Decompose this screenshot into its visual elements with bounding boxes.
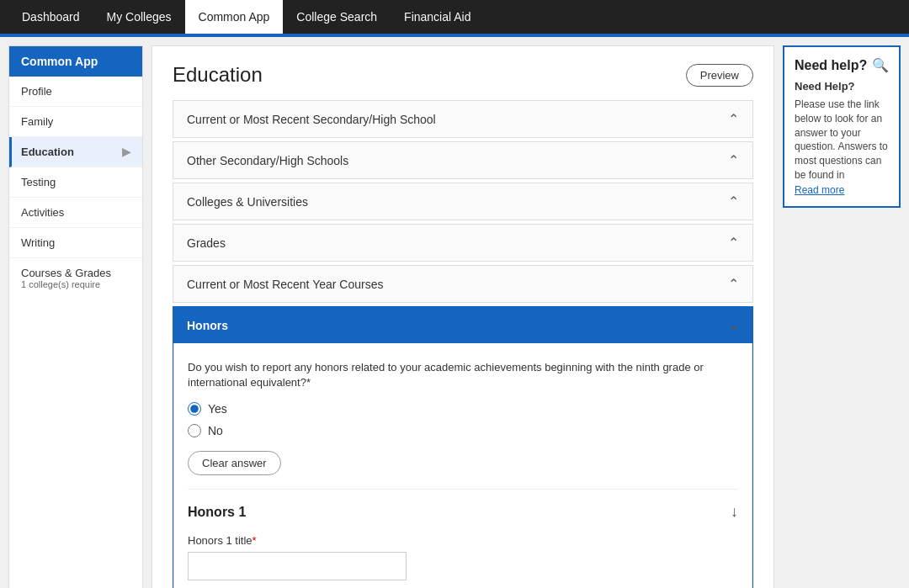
sidebar-item-testing[interactable]: Testing (9, 167, 142, 198)
nav-dashboard[interactable]: Dashboard (8, 0, 93, 34)
chevron-up-icon: ⌃ (728, 111, 739, 127)
sidebar-item-education[interactable]: Education ▶ (9, 137, 142, 167)
radio-no-label: No (208, 424, 223, 437)
sidebar-item-writing[interactable]: Writing (9, 228, 142, 258)
chevron-up-icon-4: ⌃ (728, 235, 739, 251)
preview-button[interactable]: Preview (686, 64, 753, 87)
radio-yes-label: Yes (208, 402, 227, 416)
honors-1-field-label: Honors 1 title* (188, 534, 738, 547)
chevron-up-icon-2: ⌃ (728, 152, 739, 168)
honors-question: Do you wish to report any honors related… (188, 360, 738, 390)
honors-1-title: Honors 1 (188, 505, 246, 520)
page-title-row: Education Preview (173, 63, 753, 87)
help-title: Need help? (795, 58, 867, 73)
nav-my-colleges[interactable]: My Colleges (93, 0, 185, 34)
download-icon[interactable]: ↓ (731, 503, 738, 521)
nav-college-search[interactable]: College Search (283, 0, 391, 34)
accordion-header-colleges[interactable]: Colleges & Universities ⌃ (173, 183, 752, 220)
content-area: Education Preview Current or Most Recent… (152, 45, 774, 588)
accordion-colleges-universities: Colleges & Universities ⌃ (173, 183, 753, 220)
accordion-header-grades[interactable]: Grades ⌃ (173, 225, 752, 261)
radio-group-honors: Yes No (188, 402, 738, 437)
accordion-header-other-secondary[interactable]: Other Secondary/High Schools ⌃ (173, 142, 752, 178)
help-header: Need help? 🔍 (795, 57, 889, 73)
top-navigation: Dashboard My Colleges Common App College… (0, 0, 909, 34)
honors-subsection-header: Honors 1 ↓ (188, 503, 738, 521)
accordion-header-honors[interactable]: Honors ⌄ (173, 307, 752, 343)
accordion-current-year-courses: Current or Most Recent Year Courses ⌃ (173, 265, 753, 303)
search-icon[interactable]: 🔍 (872, 57, 889, 73)
accordion-header-secondary-high-school[interactable]: Current or Most Recent Secondary/High Sc… (173, 101, 752, 137)
accordion-honors: Honors ⌄ Do you wish to report any honor… (173, 306, 753, 588)
clear-answer-button[interactable]: Clear answer (188, 451, 281, 475)
help-text: Please use the link below to look for an… (795, 98, 889, 183)
page-title: Education (173, 63, 263, 87)
accordion-other-secondary: Other Secondary/High Schools ⌃ (173, 141, 753, 179)
sidebar-item-family[interactable]: Family (9, 107, 142, 137)
sidebar-item-profile[interactable]: Profile (9, 77, 142, 107)
honors-1-title-input[interactable] (188, 552, 407, 580)
chevron-up-icon-5: ⌃ (728, 276, 739, 292)
radio-no-input[interactable] (188, 424, 201, 437)
honors-content: Do you wish to report any honors related… (173, 343, 752, 588)
honors-subsection-1: Honors 1 ↓ Honors 1 title* Grade level 9 (188, 489, 738, 588)
courses-sub: 1 college(s) require (21, 279, 130, 289)
radio-no[interactable]: No (188, 424, 738, 437)
chevron-up-icon-3: ⌃ (728, 193, 739, 209)
radio-yes[interactable]: Yes (188, 402, 738, 416)
nav-financial-aid[interactable]: Financial Aid (391, 0, 484, 34)
sidebar-header: Common App (9, 46, 142, 77)
accordion-secondary-high-school: Current or Most Recent Secondary/High Sc… (173, 100, 753, 138)
arrow-icon: ▶ (122, 146, 130, 158)
nav-common-app[interactable]: Common App (185, 0, 284, 34)
chevron-down-icon: ⌄ (728, 317, 739, 333)
sidebar: Common App Profile Family Education ▶ Te… (8, 45, 143, 588)
main-layout: Common App Profile Family Education ▶ Te… (0, 37, 909, 588)
help-subtitle: Need Help? (795, 80, 889, 93)
required-marker: * (252, 534, 257, 547)
read-more-link[interactable]: Read more (795, 184, 844, 196)
radio-yes-input[interactable] (188, 402, 201, 416)
help-panel: Need help? 🔍 Need Help? Please use the l… (783, 45, 901, 208)
accordion-grades: Grades ⌃ (173, 224, 753, 262)
sidebar-item-courses[interactable]: Courses & Grades 1 college(s) require (9, 258, 142, 298)
sidebar-item-activities[interactable]: Activities (9, 198, 142, 228)
honors-label: Honors (187, 319, 228, 332)
courses-label: Courses & Grades (21, 267, 130, 279)
accordion-header-current-year[interactable]: Current or Most Recent Year Courses ⌃ (173, 266, 752, 302)
